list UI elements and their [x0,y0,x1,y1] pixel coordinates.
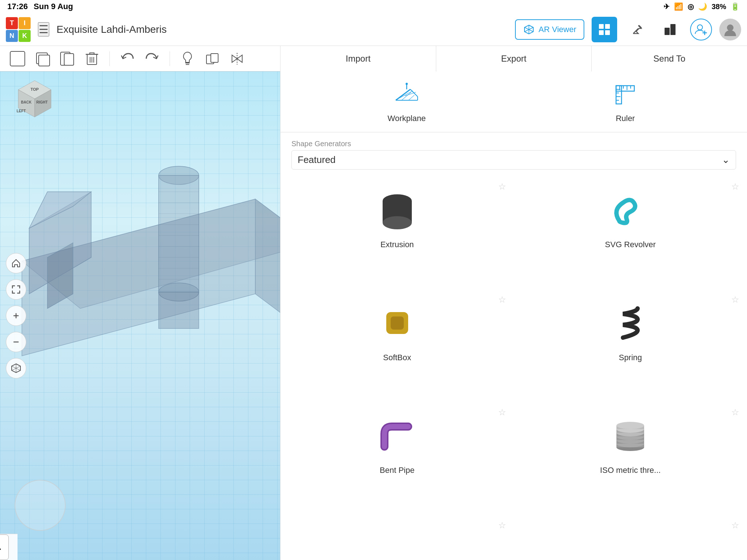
pickaxe-button[interactable] [624,17,650,42]
delete-button[interactable] [82,48,102,69]
view-cube-button[interactable] [6,358,26,378]
iso-metric-preview [605,410,656,461]
undo-button[interactable] [117,48,138,69]
ar-icon [523,24,535,35]
avatar[interactable] [719,19,741,40]
blocks-button[interactable] [657,17,683,42]
svg-point-7 [727,24,734,31]
bottom-bar: Edit Grid Snap Grid 1.0 mm ▲ [0,534,18,560]
fit-view-button[interactable] [6,279,26,300]
svg-rect-15 [211,54,218,62]
add-user-button[interactable] [690,19,712,40]
export-button[interactable]: Export [436,46,592,71]
zoom-in-button[interactable] [6,306,26,326]
import-button[interactable]: Import [280,46,436,71]
battery-icon: 🔋 [731,2,740,11]
star-extra-1-icon[interactable]: ☆ [498,520,506,530]
canvas-area[interactable]: TOP RIGHT BACK LEFT [0,71,280,560]
logo-t: T [6,17,18,29]
add-user-icon [694,23,708,36]
iso-metric-label: ISO metric thre... [600,466,661,475]
moon-icon: 🌙 [698,2,707,11]
snap-chevron-icon: ▲ [0,542,3,552]
svg-marker-24 [255,199,280,338]
svg-rect-41 [159,292,199,328]
redo-button[interactable] [142,48,162,69]
fit-icon [11,284,21,295]
zoom-out-icon [11,337,21,347]
send-to-button[interactable]: Send To [592,46,747,71]
view-cube-icon [11,363,21,373]
shape-item-bent-pipe[interactable]: ☆ Bent Pipe [280,402,514,516]
spring-preview [605,298,656,349]
logo-k: K [19,30,31,42]
zoom-out-button[interactable] [6,332,26,352]
svg-rect-58 [391,316,404,330]
extrusion-preview [372,184,423,236]
bulb-button[interactable] [177,48,198,69]
star-svg-revolver-icon[interactable]: ☆ [731,182,739,192]
new-shape-button[interactable] [7,48,28,69]
wifi-icon: 📶 [674,2,683,11]
star-extra-2-icon[interactable]: ☆ [731,520,739,530]
spring-label: Spring [619,353,642,362]
svg-rect-0 [599,24,604,29]
duplicate-button[interactable] [32,48,53,69]
svg-rect-5 [670,24,676,35]
star-softbox-icon[interactable]: ☆ [498,295,506,305]
copy-button[interactable] [57,48,77,69]
shape-item-svg-revolver[interactable]: ☆ SVG Revolver [514,177,747,290]
hamburger-button[interactable]: ☰ [38,22,49,36]
svg-point-6 [697,25,703,30]
shapes-grid: ☆ Extrusion ☆ SVG Revolver ☆ [280,173,747,560]
grid-view-button[interactable] [592,17,617,42]
svg-rect-1 [605,24,610,29]
shape-item-iso-metric[interactable]: ☆ ISO me [514,402,747,516]
toolbar-divider [109,51,110,66]
status-time: 17:26 [7,2,28,11]
svg-point-71 [616,422,644,429]
shape-item-softbox[interactable]: ☆ SoftBox [280,290,514,403]
workplane-tool[interactable]: Workplane [388,80,426,123]
home-view-button[interactable] [6,253,26,273]
edit-toolbar [0,46,280,71]
zoom-in-icon [11,311,21,321]
avatar-image [723,22,738,37]
location-icon: ◎ [688,2,694,11]
workplane-icon [392,80,421,109]
group-button[interactable] [202,48,222,69]
snap-grid-select[interactable]: 1.0 mm ▲ [0,534,9,560]
blocks-icon [663,23,677,36]
svg-point-51 [406,83,408,85]
softbox-label: SoftBox [383,353,411,362]
star-spring-icon[interactable]: ☆ [731,295,739,305]
shape-item-extra-1[interactable]: ☆ [280,516,514,560]
tinkercad-logo[interactable]: T I N K [6,17,31,42]
workplane-label: Workplane [388,114,426,123]
home-icon [11,258,21,268]
group-icon [205,51,220,66]
star-extrusion-icon[interactable]: ☆ [498,182,506,192]
right-panel: Workplane Ruler Shape Generators Feature… [280,71,747,560]
svg-rect-3 [605,30,610,35]
duplicate-icon [34,51,50,67]
panel-tools-row: Workplane Ruler [280,71,747,132]
star-iso-metric-icon[interactable]: ☆ [731,407,739,417]
top-toolbar: T I N K ☰ Exquisite Lahdi-Amberis AR Vie… [0,13,747,46]
action-toolbar: Import Export Send To [280,46,747,71]
ar-viewer-button[interactable]: AR Viewer [515,19,584,40]
shape-item-spring[interactable]: ☆ Spring [514,290,747,403]
undo-icon [120,51,135,66]
star-bent-pipe-icon[interactable]: ☆ [498,407,506,417]
svg-revolver-label: SVG Revolver [605,240,656,249]
left-tools [6,253,26,378]
shape-item-extra-2[interactable]: ☆ [514,516,747,560]
ruler-tool[interactable]: Ruler [611,80,640,123]
shape-gen-dropdown[interactable]: Featured ⌄ [291,150,736,170]
mini-map [15,480,66,531]
mirror-button[interactable] [227,48,247,69]
logo-i: I [19,17,31,29]
svg-revolver-preview [605,184,656,236]
svg-rect-10 [39,55,50,66]
shape-item-extrusion[interactable]: ☆ Extrusion [280,177,514,290]
